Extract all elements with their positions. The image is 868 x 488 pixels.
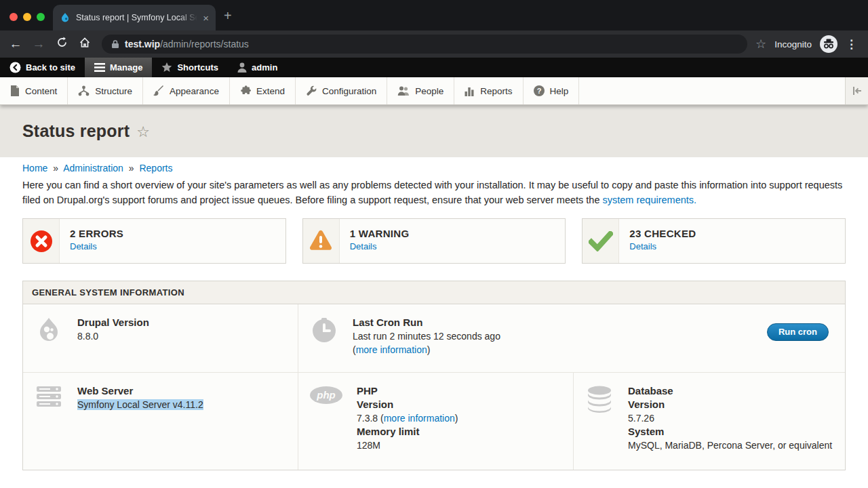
warning-icon — [309, 230, 333, 252]
php-title: PHP — [357, 384, 458, 398]
drupal-favicon — [60, 12, 71, 23]
database-system-value: MySQL, MariaDB, Percona Server, or equiv… — [628, 439, 832, 452]
php-memory-value: 128M — [357, 439, 458, 452]
collapse-left-icon — [852, 87, 862, 95]
error-icon — [30, 230, 53, 253]
php-logo-icon: php — [309, 386, 343, 405]
menu-item-content[interactable]: Content — [0, 77, 68, 104]
php-version-label: Version — [357, 398, 458, 411]
svg-text:php: php — [316, 389, 336, 401]
manage-label: Manage — [110, 62, 142, 73]
errors-details-link[interactable]: Details — [70, 241, 97, 251]
new-tab-button[interactable]: + — [224, 9, 232, 22]
web-server-cell: Web Server Symfony Local Server v4.11.2 — [23, 373, 298, 470]
window-minimize-button[interactable] — [23, 13, 31, 21]
page-title: Status report — [22, 121, 130, 141]
menu-item-structure[interactable]: Structure — [68, 77, 143, 104]
php-version-value: 7.3.8 ( — [357, 413, 384, 424]
system-requirements-link[interactable]: system requirements. — [603, 195, 697, 205]
back-circle-icon — [9, 62, 21, 73]
errors-card: 2 ERRORS Details — [22, 218, 286, 264]
shortcuts-button[interactable]: Shortcuts — [152, 58, 228, 77]
warnings-card: 1 WARNING Details — [302, 218, 566, 264]
php-memory-label: Memory limit — [357, 425, 458, 439]
checked-count: 23 CHECKED — [629, 228, 696, 239]
bar-chart-icon — [465, 86, 475, 96]
breadcrumb-administration-link[interactable]: Administration — [63, 163, 123, 174]
checked-details-link[interactable]: Details — [629, 241, 656, 251]
last-cron-run-cell: Last Cron Run Last run 2 minutes 12 seco… — [298, 304, 845, 372]
svg-text:?: ? — [536, 87, 541, 95]
menu-item-configuration[interactable]: Configuration — [296, 77, 387, 104]
help-icon: ? — [534, 85, 545, 96]
warnings-details-link[interactable]: Details — [350, 241, 377, 251]
menu-item-label: Appearance — [170, 86, 219, 96]
window-zoom-button[interactable] — [37, 13, 45, 21]
menu-item-label: Help — [550, 86, 569, 96]
admin-user-button[interactable]: admin — [228, 58, 287, 77]
user-icon — [237, 62, 247, 73]
checked-icon — [589, 231, 613, 251]
shortcut-star-icon[interactable]: ☆ — [136, 123, 150, 141]
cron-title: Last Cron Run — [353, 316, 500, 329]
address-bar[interactable]: test.wip/admin/reports/status — [102, 35, 747, 54]
wrench-icon — [306, 85, 317, 96]
back-icon[interactable]: ← — [4, 37, 27, 52]
back-to-site-button[interactable]: Back to site — [0, 58, 85, 77]
php-more-information-link[interactable]: more information — [384, 413, 455, 424]
tab-title: Status report | Symfony Local Se — [76, 13, 197, 22]
menu-item-appearance[interactable]: Appearance — [143, 77, 230, 104]
paren: ) — [427, 344, 431, 355]
drupal-admin-toolbar: Back to site Manage Shortcuts admin — [0, 58, 868, 77]
menu-item-label: Configuration — [322, 86, 376, 96]
breadcrumb-home-link[interactable]: Home — [22, 163, 47, 174]
manage-button[interactable]: Manage — [85, 58, 152, 77]
macos-window-controls[interactable] — [9, 13, 45, 21]
menu-item-label: People — [415, 86, 443, 96]
breadcrumb: Home » Administration » Reports — [22, 163, 846, 174]
toolbar-collapse-button[interactable] — [845, 77, 868, 104]
database-system-label: System — [628, 425, 832, 439]
breadcrumb-reports-link[interactable]: Reports — [139, 163, 172, 174]
browser-menu-icon[interactable]: ⋮ — [846, 37, 860, 52]
browser-tab-strip: Status report | Symfony Local Se × + — [0, 0, 868, 30]
database-cell: Database Version 5.7.26 System MySQL, Ma… — [574, 373, 845, 470]
database-title: Database — [628, 384, 832, 398]
web-server-title: Web Server — [77, 384, 203, 398]
url-path: /admin/reports/status — [160, 39, 249, 49]
url-domain: test.wip — [125, 39, 160, 49]
database-version-value: 5.7.26 — [628, 411, 832, 425]
paren: ) — [455, 413, 458, 424]
checked-card: 23 CHECKED Details — [582, 218, 846, 264]
reload-icon[interactable] — [50, 37, 73, 52]
window-close-button[interactable] — [9, 13, 18, 21]
menu-item-people[interactable]: People — [387, 77, 454, 104]
menu-item-help[interactable]: ? Help — [524, 77, 580, 104]
paintbrush-icon — [153, 85, 164, 96]
shortcuts-label: Shortcuts — [177, 62, 218, 73]
run-cron-button[interactable]: Run cron — [767, 323, 829, 341]
status-summary-cards: 2 ERRORS Details 1 WARNING Details — [22, 218, 846, 264]
web-server-value: Symfony Local Server v4.11.2 — [77, 399, 203, 410]
star-icon — [161, 62, 172, 73]
browser-tab[interactable]: Status report | Symfony Local Se × — [53, 5, 216, 30]
general-system-information-panel: GENERAL SYSTEM INFORMATION Drupal Versio… — [22, 281, 846, 470]
drupal-menu-bar: Content Structure Appearance Extend Conf… — [0, 77, 868, 105]
bookmark-star-icon[interactable]: ☆ — [755, 37, 766, 52]
menu-item-reports[interactable]: Reports — [454, 77, 523, 104]
hamburger-icon — [94, 63, 105, 72]
page-header: Status report ☆ — [0, 105, 868, 157]
home-icon[interactable] — [73, 37, 96, 52]
menu-bar-spacer — [579, 77, 845, 104]
php-cell: php PHP Version 7.3.8 (more information)… — [298, 373, 574, 470]
server-icon — [35, 386, 62, 407]
cron-more-information-link[interactable]: more information — [356, 344, 427, 355]
tab-close-icon[interactable]: × — [203, 13, 209, 23]
panel-heading: GENERAL SYSTEM INFORMATION — [32, 287, 184, 298]
clock-icon — [311, 317, 337, 343]
drupal-version-value: 8.8.0 — [77, 329, 149, 343]
document-icon — [10, 85, 20, 96]
menu-item-extend[interactable]: Extend — [230, 77, 296, 104]
forward-icon[interactable]: → — [27, 37, 50, 52]
incognito-icon — [820, 35, 837, 53]
